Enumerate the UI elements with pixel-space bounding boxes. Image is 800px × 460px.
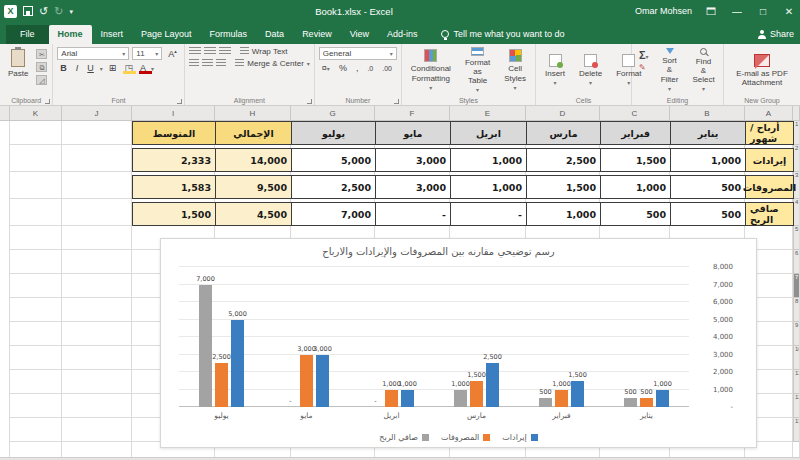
select-all-corner[interactable] <box>0 106 10 121</box>
row-label[interactable]: إيرادات <box>746 148 794 172</box>
cell-value[interactable]: 7,000 <box>292 202 376 226</box>
format-as-table-button[interactable]: Format as Table ▾ <box>460 47 495 94</box>
cell-value[interactable]: 3,000 <box>376 148 451 172</box>
comma-style-button[interactable]: , <box>353 63 362 73</box>
tab-view[interactable]: View <box>341 25 378 44</box>
worksheet-area[interactable]: KJIHGFEDCBA 12345678910111213 المتوسطالإ… <box>0 106 800 460</box>
redo-icon[interactable]: ↻ <box>54 6 63 17</box>
header-month[interactable]: فبراير <box>601 121 671 145</box>
cell-total[interactable]: 4,500 <box>216 202 292 226</box>
clipboard-dialog-launcher[interactable] <box>45 99 50 104</box>
sort-filter-button[interactable]: Sort & Filter ▾ <box>656 47 684 94</box>
accounting-format-button[interactable]: ¤▾ <box>319 63 333 73</box>
header-average[interactable]: المتوسط <box>133 121 216 145</box>
cell-value[interactable]: 1,500 <box>601 148 671 172</box>
header-month[interactable]: مارس <box>527 121 601 145</box>
ribbon-display-options-icon[interactable]: 🗖 <box>704 6 718 17</box>
tab-page-layout[interactable]: Page Layout <box>132 25 201 44</box>
number-format-combo[interactable]: General▾ <box>319 47 397 60</box>
email-pdf-button[interactable]: E-mail as PDF Attachment <box>728 47 796 94</box>
header-month[interactable]: يوليو <box>292 121 376 145</box>
align-right-icon[interactable] <box>216 59 227 68</box>
cut-icon[interactable]: ✂ <box>36 49 47 59</box>
cell-total[interactable]: 9,500 <box>216 175 292 199</box>
merge-center-button[interactable]: Merge & Center ▾ <box>235 59 309 68</box>
italic-button[interactable]: I <box>73 63 82 73</box>
cell-value[interactable]: - <box>451 202 527 226</box>
cell-styles-button[interactable]: Cell Styles ▾ <box>499 47 531 94</box>
cell-value[interactable]: 3,000 <box>376 175 451 199</box>
legend-item[interactable]: إيرادات <box>502 433 537 442</box>
tab-file[interactable]: File <box>6 25 49 44</box>
align-center-icon[interactable] <box>202 59 213 68</box>
tab-review[interactable]: Review <box>293 25 341 44</box>
close-icon[interactable]: ✕ <box>782 6 796 17</box>
alignment-dialog-launcher[interactable] <box>307 99 312 104</box>
cell-value[interactable]: 500 <box>671 175 746 199</box>
cell-total[interactable]: 14,000 <box>216 148 292 172</box>
header-month[interactable]: ابريل <box>451 121 527 145</box>
cell-value[interactable]: 1,000 <box>451 148 527 172</box>
cell-value[interactable]: 2,500 <box>527 148 601 172</box>
tab-formulas[interactable]: Formulas <box>201 25 257 44</box>
signed-in-user[interactable]: Omar Mohsen <box>635 6 692 16</box>
header-corner[interactable]: أرباح / شهور <box>746 121 794 145</box>
header-total[interactable]: الإجمالي <box>216 121 292 145</box>
number-dialog-launcher[interactable] <box>394 99 399 104</box>
minimize-icon[interactable]: — <box>730 6 744 17</box>
borders-button[interactable]: ⊞ <box>106 63 120 73</box>
align-top-icon[interactable] <box>189 47 201 56</box>
header-month[interactable]: مايو <box>376 121 451 145</box>
maximize-icon[interactable]: □ <box>756 6 770 17</box>
legend-item[interactable]: صافي الربح <box>379 433 429 442</box>
increase-decimal-button[interactable]: .0 <box>364 65 376 72</box>
align-bottom-icon[interactable] <box>219 47 231 56</box>
wrap-text-button[interactable]: Wrap Text <box>240 47 288 56</box>
column-header-a[interactable]: A <box>745 106 793 121</box>
cell-value[interactable]: 500 <box>671 202 746 226</box>
cell-average[interactable]: 1,583 <box>133 175 216 199</box>
tab-home[interactable]: Home <box>49 25 92 44</box>
cell-value[interactable]: 1,000 <box>671 148 746 172</box>
find-select-button[interactable]: Find & Select ▾ <box>687 47 719 94</box>
bold-button[interactable]: B <box>57 63 70 73</box>
cell-value[interactable]: 500 <box>601 202 671 226</box>
cell-value[interactable]: 5,000 <box>292 148 376 172</box>
font-dialog-launcher[interactable] <box>177 99 182 104</box>
tab-insert[interactable]: Insert <box>92 25 133 44</box>
cell-value[interactable]: 1,500 <box>527 175 601 199</box>
column-header-c[interactable]: C <box>600 106 670 121</box>
font-color-button[interactable]: A <box>138 63 148 73</box>
font-size-combo[interactable]: 11▾ <box>132 47 162 60</box>
underline-button[interactable]: U <box>84 63 97 73</box>
paste-button[interactable]: Paste <box>4 47 32 94</box>
autosum-button[interactable]: Σ▾ <box>636 49 652 61</box>
font-name-combo[interactable]: Arial▾ <box>57 47 129 60</box>
cell-value[interactable]: - <box>376 202 451 226</box>
cell-average[interactable]: 1,500 <box>133 202 216 226</box>
cell-average[interactable]: 2,333 <box>133 148 216 172</box>
grow-font-button[interactable]: A▴ <box>165 48 180 59</box>
column-header-f[interactable]: F <box>375 106 450 121</box>
fill-color-button[interactable]: ◳ <box>122 63 135 73</box>
tab-data[interactable]: Data <box>256 25 293 44</box>
legend-item[interactable]: المصروفات <box>441 433 490 442</box>
copy-icon[interactable]: ⧉ <box>36 62 47 72</box>
format-painter-icon[interactable]: ◿ <box>36 75 47 85</box>
undo-icon[interactable]: ↺ <box>39 6 48 17</box>
align-left-icon[interactable] <box>189 59 200 68</box>
column-header-j[interactable]: J <box>62 106 132 121</box>
align-middle-icon[interactable] <box>204 47 216 56</box>
delete-cells-button[interactable]: Delete ▾ <box>574 47 607 94</box>
column-header-g[interactable]: G <box>291 106 375 121</box>
column-header-b[interactable]: B <box>670 106 745 121</box>
row-label[interactable]: صافي الربح <box>746 202 794 226</box>
header-month[interactable]: يناير <box>671 121 746 145</box>
cell-value[interactable]: 1,000 <box>451 175 527 199</box>
decrease-decimal-button[interactable]: .00 <box>379 65 395 72</box>
customize-qat-icon[interactable]: ▾ <box>69 8 73 15</box>
tell-me-box[interactable]: Tell me what you want to do <box>441 29 565 44</box>
percent-style-button[interactable]: % <box>336 63 350 73</box>
row-label[interactable]: المصروفات <box>746 175 794 199</box>
cell-value[interactable]: 1,000 <box>527 202 601 226</box>
